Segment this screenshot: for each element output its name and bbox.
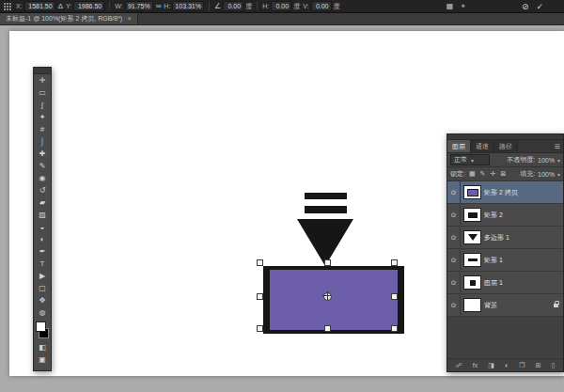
vertical-skew-field: V: 0.00 度 [303, 1, 339, 11]
path-selection-tool[interactable]: ▶ [34, 270, 51, 282]
v-skew-input[interactable]: 0.00 [311, 1, 332, 11]
add-layer-mask-icon[interactable]: ◨ [488, 362, 494, 369]
options-bar: X: 1581.50 Δ Y: 1986.50 W: 91.75% ∞ H: 1… [0, 0, 564, 13]
clone-stamp-tool[interactable]: ◉ [34, 172, 51, 184]
marquee-tool[interactable]: ▭ [34, 86, 51, 99]
tab-channels[interactable]: 通道 [471, 140, 494, 152]
transform-handle-bottom-right[interactable] [391, 325, 398, 332]
opacity-value[interactable]: 100% [538, 157, 555, 164]
warp-mode-toggle-icon[interactable]: ⌖ [461, 2, 465, 10]
fill-value[interactable]: 100% [538, 171, 555, 178]
transform-handle-bottom-center[interactable] [324, 325, 331, 332]
layer-row-polygon-1[interactable]: ⊙ 多边形 1 [447, 227, 563, 249]
foreground-color-swatch[interactable] [36, 321, 46, 332]
reference-point-locator[interactable] [4, 3, 11, 10]
blur-tool[interactable]: ◒ [34, 221, 51, 233]
shape-tool[interactable]: ▢ [34, 282, 51, 294]
lock-all-icon[interactable]: ⊠ [500, 170, 506, 178]
hand-tool[interactable]: ✥ [34, 294, 51, 306]
visibility-eye-icon[interactable]: ⊙ [447, 227, 461, 248]
layer-thumbnail[interactable] [463, 230, 481, 244]
link-layers-icon[interactable]: ☍ [456, 362, 462, 369]
layer-thumbnail[interactable] [463, 275, 481, 290]
transform-handle-top-right[interactable] [391, 259, 398, 266]
tools-panel-grip[interactable] [34, 68, 51, 74]
layer-row-background[interactable]: ⊙ 背景 [447, 294, 563, 317]
layer-style-icon[interactable]: fx [473, 362, 478, 369]
visibility-eye-icon[interactable]: ⊙ [447, 294, 461, 316]
layer-thumbnail[interactable] [463, 298, 481, 312]
zoom-tool[interactable]: ◍ [34, 306, 51, 319]
lock-transparent-pixels-icon[interactable]: ▦ [469, 170, 476, 178]
rotation-input[interactable]: 0.00 [223, 1, 243, 11]
transform-handle-middle-left[interactable] [257, 293, 263, 300]
separator [109, 2, 110, 10]
healing-brush-tool[interactable]: ✚ [34, 148, 51, 160]
x-label: X: [16, 3, 23, 9]
new-layer-icon[interactable]: ⊞ [536, 362, 541, 369]
layer-thumbnail[interactable] [463, 185, 481, 199]
brush-tool[interactable]: ✎ [34, 160, 51, 172]
x-input[interactable]: 1581.50 [24, 1, 55, 11]
pen-tool[interactable]: ✒ [34, 245, 51, 258]
delete-layer-icon[interactable]: ▯ [552, 362, 556, 369]
new-group-icon[interactable]: ❒ [519, 362, 525, 369]
eyedropper-tool[interactable]: ⌡ [34, 135, 51, 148]
blend-mode-select[interactable]: 正常 ▾ [450, 154, 490, 165]
cancel-transform-button[interactable]: ⊘ [522, 2, 529, 11]
chevron-down-icon[interactable]: ▾ [557, 171, 560, 178]
gradient-tool[interactable]: ▨ [34, 209, 51, 221]
layer-lock-icon [554, 304, 558, 307]
quick-mask-button[interactable]: ◧ [34, 341, 51, 353]
visibility-eye-icon[interactable]: ⊙ [447, 181, 461, 203]
layer-thumbnail[interactable] [463, 253, 481, 267]
lock-image-pixels-icon[interactable]: ✎ [480, 170, 486, 178]
history-brush-tool[interactable]: ↺ [34, 184, 51, 196]
layer-name: 图层 1 [484, 278, 503, 288]
fill-label: 填充: [520, 169, 535, 179]
quick-selection-tool[interactable]: ✦ [34, 111, 51, 123]
eraser-tool[interactable]: ▰ [34, 196, 51, 209]
close-document-icon[interactable]: × [127, 14, 132, 23]
move-tool[interactable]: ✛ [34, 74, 51, 86]
visibility-eye-icon[interactable]: ⊙ [447, 249, 461, 271]
lasso-tool[interactable]: ʃ [34, 99, 51, 111]
panel-menu-icon[interactable]: ☰ [552, 140, 563, 152]
y-input[interactable]: 1986.50 [73, 1, 104, 11]
transform-handle-bottom-left[interactable] [257, 325, 263, 332]
screen-mode-button[interactable]: ▣ [34, 353, 51, 366]
layer-row-rectangle-2[interactable]: ⊙ 矩形 2 [447, 204, 563, 227]
visibility-eye-icon[interactable]: ⊙ [447, 272, 461, 293]
layer-name: 矩形 1 [484, 256, 503, 265]
arrow-shape-bar [305, 193, 347, 199]
layer-row-rectangle-1[interactable]: ⊙ 矩形 1 [447, 249, 563, 272]
type-tool[interactable]: T [34, 258, 51, 270]
height-input[interactable]: 103.31% [172, 1, 204, 11]
transform-handle-middle-right[interactable] [391, 293, 398, 300]
tab-layers[interactable]: 图层 [447, 140, 471, 152]
width-input[interactable]: 91.75% [125, 1, 153, 11]
layer-row-rectangle-2-copy[interactable]: ⊙ 矩形 2 拷贝 [447, 181, 563, 204]
lock-position-icon[interactable]: ✛ [490, 170, 495, 178]
layer-row-layer-1[interactable]: ⊙ 图层 1 [447, 272, 563, 294]
chevron-down-icon[interactable]: ▾ [557, 157, 560, 164]
thumb-shape [467, 189, 478, 196]
transform-center-point[interactable] [323, 292, 332, 301]
transform-handle-top-left[interactable] [257, 259, 263, 266]
link-dimensions-icon[interactable]: ∞ [156, 2, 162, 10]
document-tab[interactable]: 未标题-1 @ 100%(矩形 2 拷贝, RGB/8*) × [0, 12, 138, 24]
relative-position-delta-button[interactable]: Δ [58, 2, 63, 10]
separator [209, 2, 210, 10]
dodge-tool[interactable]: ◐ [34, 233, 51, 245]
h-skew-input[interactable]: 0.00 [271, 1, 291, 11]
transform-handle-top-center[interactable] [324, 259, 331, 266]
layer-name: 多边形 1 [484, 233, 509, 243]
crop-tool[interactable]: # [34, 123, 51, 135]
blend-mode-value: 正常 [454, 155, 467, 165]
layer-thumbnail[interactable] [463, 208, 481, 222]
adjustment-layer-icon[interactable]: ◐ [505, 362, 509, 369]
visibility-eye-icon[interactable]: ⊙ [447, 204, 461, 226]
tab-paths[interactable]: 路径 [494, 140, 518, 152]
commit-transform-button[interactable]: ✓ [536, 2, 543, 11]
interpolation-icon[interactable]: ▦ [446, 2, 454, 10]
